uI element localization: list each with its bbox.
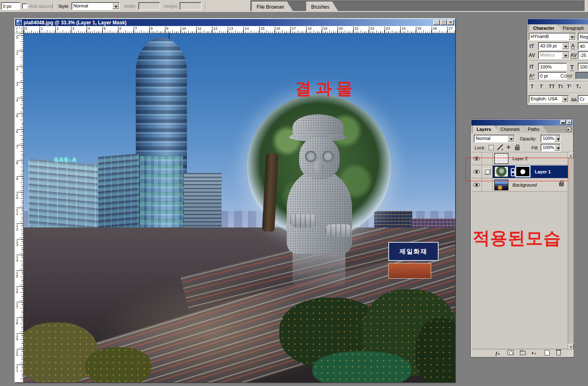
palette-title-bar[interactable]: ▬ × [471, 120, 573, 126]
layers-palette: ▬ × ▶ LayersChannelsPaths Normal Opacity… [470, 119, 574, 358]
saea-sign: SAE-A [54, 156, 78, 163]
statue-left-eye [305, 151, 316, 162]
font-size-dropdown[interactable]: 43.09 pt [538, 42, 569, 50]
chevron-down-icon[interactable] [562, 43, 569, 49]
tab-paragraph[interactable]: Paragraph [559, 24, 588, 32]
well-tab-brushes[interactable]: Brushes [306, 2, 338, 12]
style-buttons-row: TTTTTᴛT¹T₁ [527, 83, 588, 92]
lock-transparency-icon[interactable] [489, 145, 494, 150]
layer-style-icon[interactable]: ƒ▾ [495, 350, 499, 357]
chevron-down-icon[interactable] [112, 3, 119, 9]
layers-tabstrip: ▶ LayersChannelsPaths [471, 126, 573, 133]
adjustment-layer-icon[interactable]: ◐▾ [531, 350, 536, 357]
scroll-up-button[interactable]: ▲ [568, 152, 574, 158]
anti-aliased-checkbox[interactable] [22, 3, 27, 9]
character-palette: CharacterParagraph HYnamB Regu tT 43.09 … [527, 18, 588, 106]
kerning-icon: A‌V [529, 52, 535, 58]
anti-alias-dropdown[interactable]: Cr [578, 95, 588, 103]
style-button-0[interactable]: T [531, 84, 534, 90]
add-layer-mask-icon[interactable] [508, 350, 514, 355]
tracking-dropdown[interactable]: -25 [578, 51, 588, 59]
font-family-dropdown[interactable]: HYnamB [529, 33, 576, 40]
jeil-billboard: 제일화재 [388, 242, 439, 261]
document-title-bar[interactable]: pla04048.jpg @ 33.3% (Layer 1, Layer Mas… [15, 19, 455, 26]
lock-label: Lock: [475, 145, 485, 150]
document-icon [17, 20, 22, 25]
language-dropdown[interactable]: English: USA [529, 95, 569, 103]
text-color-swatch[interactable] [575, 72, 588, 79]
horizontal-scale-input[interactable]: 100 [578, 63, 588, 71]
opacity-input[interactable]: 100% [541, 135, 560, 142]
statue-nose [315, 161, 324, 173]
new-layer-icon[interactable] [545, 350, 550, 355]
anti-alias-icon: aa [571, 97, 576, 102]
result-annotation: 결과물 [295, 77, 357, 100]
style-button-1[interactable]: T [540, 84, 543, 90]
blend-row: Normal Opacity: 100% [471, 134, 574, 143]
opacity-slider-button[interactable] [555, 135, 560, 142]
close-button[interactable]: × [567, 120, 572, 125]
construction-fence [312, 351, 411, 382]
v-ruler[interactable]: 0123456789101112131415161718192021 [15, 33, 24, 382]
leading-dropdown[interactable]: 40. [578, 42, 588, 50]
minimize-button[interactable]: _ [433, 20, 440, 25]
horizontal-scale-icon: T [570, 64, 574, 71]
delete-layer-icon[interactable] [556, 350, 561, 355]
fill-input[interactable]: 100% [541, 144, 560, 152]
minimize-button[interactable]: ▬ [560, 120, 566, 125]
lock-pixels-icon[interactable] [497, 144, 503, 150]
eye-icon [473, 183, 480, 187]
tracking-icon: AV [570, 52, 577, 59]
height-input[interactable] [179, 2, 201, 10]
resize-grip[interactable] [568, 351, 573, 356]
separator [53, 1, 54, 11]
chevron-down-icon[interactable] [562, 96, 568, 102]
tab-layers[interactable]: Layers [473, 126, 499, 133]
height-label: Height: [164, 4, 178, 9]
anti-aliased-label: Anti-aliased [29, 4, 53, 9]
document-title: pla04048.jpg @ 33.3% (Layer 1, Layer Mas… [24, 20, 127, 26]
close-button[interactable]: × [447, 20, 454, 25]
chevron-down-icon[interactable] [508, 135, 514, 142]
lock-row: Lock: ✛ Fill: 100% [471, 143, 574, 152]
statue-right-eye [322, 151, 334, 162]
lock-position-icon[interactable]: ✛ [506, 145, 511, 150]
tab-character[interactable]: Character [529, 24, 562, 32]
tree [416, 318, 455, 382]
highlight-rectangle [465, 158, 568, 181]
style-dropdown[interactable]: Normal [71, 2, 120, 10]
tolerance-input[interactable]: 0 px [1, 2, 20, 10]
layers-scrollbar[interactable]: ▲ ▼ [568, 152, 574, 350]
style-button-2[interactable]: TT [549, 84, 555, 90]
color-label: Color: [560, 73, 574, 79]
style-button-3[interactable]: Tᴛ [558, 84, 563, 90]
maximize-button[interactable]: □ [440, 20, 447, 25]
layer-name[interactable]: Background [512, 182, 537, 187]
style-label: Style: [58, 4, 70, 9]
new-group-icon[interactable] [520, 351, 526, 355]
lock-all-icon[interactable] [515, 147, 520, 150]
image-canvas[interactable]: SAE-A 제일화재 결과물 [24, 33, 455, 382]
style-button-5[interactable]: T₁ [576, 84, 581, 90]
palette-title-bar[interactable] [528, 19, 588, 24]
vertical-scale-icon: IT [529, 64, 534, 70]
chevron-down-icon[interactable] [569, 33, 575, 40]
character-tabstrip: CharacterParagraph [528, 24, 588, 32]
h-ruler[interactable]: 0123456789101112131415161718192021222324… [24, 26, 455, 33]
palette-menu-button[interactable]: ▶ [566, 126, 571, 132]
style-button-4[interactable]: T¹ [567, 84, 571, 90]
well-tab-file-browser[interactable]: File Browser [252, 2, 293, 12]
tab-paths[interactable]: Paths [524, 126, 548, 133]
ruler-origin-box[interactable] [15, 26, 24, 33]
chevron-down-icon[interactable] [562, 52, 569, 58]
kerning-dropdown[interactable]: Metrics [538, 51, 569, 59]
baseline-shift-icon: Aª [529, 73, 534, 79]
font-style-dropdown[interactable]: Regu [578, 33, 588, 40]
tab-channels[interactable]: Channels [497, 126, 528, 133]
vertical-scale-input[interactable]: 100% [538, 63, 567, 71]
width-input[interactable] [138, 2, 160, 10]
layer-list: BackgroundLayer 1Layer 2 ▲ ▼ 적용된모습 [471, 152, 574, 350]
blend-mode-dropdown[interactable]: Normal [474, 135, 515, 142]
statue-right-hand [326, 224, 352, 237]
fill-slider-button[interactable] [555, 144, 560, 151]
